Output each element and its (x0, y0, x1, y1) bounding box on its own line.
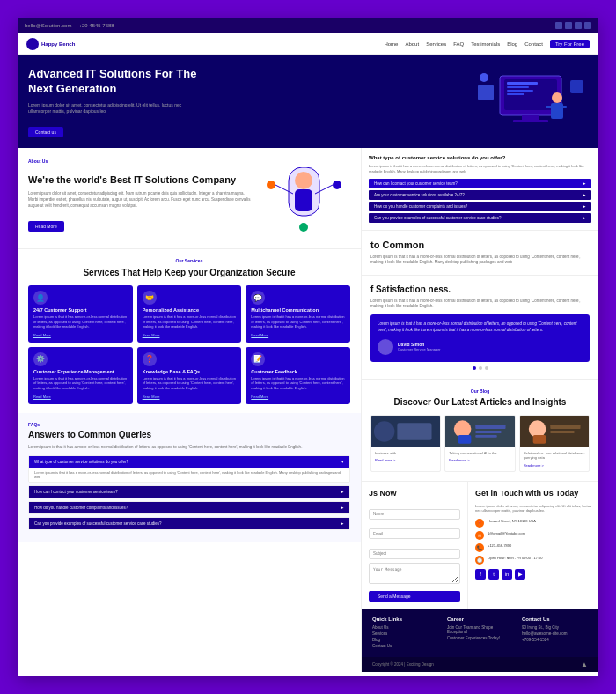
topbar-email: hello@Solution.com (25, 23, 71, 28)
faq-left-desc: Lorem ipsum is that it has a more-or-les… (28, 445, 350, 450)
service-title-2: Personalized Assistance (143, 307, 237, 313)
nav-contact[interactable]: Contact (524, 41, 543, 47)
social-tw-icon[interactable]: t (488, 569, 499, 580)
service-read-more-2[interactable]: Read More (143, 333, 237, 337)
service-read-more-3[interactable]: Read More (251, 333, 345, 337)
svg-rect-3 (513, 120, 548, 122)
fb-icon[interactable] (555, 22, 562, 29)
service-card-2: 🤝 Personalized Assistance Lorem ipsum is… (137, 285, 242, 343)
satisfaction-title: f Satisfaction ness. (370, 284, 590, 294)
nav-blog[interactable]: Blog (507, 41, 517, 47)
contact-submit-button[interactable]: Send a Message (369, 591, 460, 602)
footer-quick-links: Quick Links About Us Services Blog Conta… (372, 616, 438, 650)
blog-svg-3 (520, 416, 589, 447)
dot-2[interactable] (479, 366, 482, 370)
service-desc-6: Lorem ipsum is that it has a more-or-les… (251, 376, 345, 391)
svg-point-33 (528, 420, 546, 438)
contact-social-icons: f t in ▶ (475, 569, 591, 580)
faq-acc-header-3[interactable]: How do you handle customer complaints an… (29, 502, 349, 513)
svg-point-18 (267, 181, 275, 189)
service-read-more-4[interactable]: Read More (33, 395, 128, 399)
nav-faq[interactable]: FAQ (453, 41, 464, 47)
service-read-more-1[interactable]: Read More (33, 333, 128, 337)
blog-read-more-2[interactable]: Read more > (449, 458, 510, 462)
svg-rect-34 (532, 435, 546, 444)
service-card-4: ⚙️ Customer Experience Management Lorem … (28, 347, 133, 404)
hero-cta-button[interactable]: Contact us (28, 127, 63, 137)
service-desc-3: Lorem ipsum is that it has a more-or-les… (251, 314, 345, 329)
faq-acc-body-1: Lorem ipsum is that it has a more-or-les… (29, 468, 349, 482)
blog-title: Discover Our Latest Articles and Insight… (370, 396, 590, 408)
contact-address-item: 📍 Howard Street, NY 10108 USA (475, 519, 591, 528)
svg-rect-17 (295, 189, 312, 211)
about-flex: We're the world's Best IT Solutions Comp… (28, 167, 350, 238)
social-yt-icon[interactable]: ▶ (515, 569, 525, 580)
faq-tag: FAQs (28, 422, 350, 427)
blog-desc-3: Relational vs. non-relational databases:… (524, 451, 585, 461)
to-common-title: to Common (370, 240, 590, 250)
nav-services[interactable]: Services (426, 41, 446, 47)
footer-link-services[interactable]: Services (372, 631, 438, 636)
service-read-more-6[interactable]: Read More (251, 395, 345, 399)
faq-item-2[interactable]: Are your customer service solutions avai… (369, 190, 591, 200)
svg-rect-5 (551, 103, 563, 119)
blog-read-more-1[interactable]: Read more > (375, 458, 436, 462)
faq-acc-header-4[interactable]: Can you provide examples of successful c… (29, 518, 349, 529)
nav-logo[interactable]: Happy Bench (26, 38, 75, 50)
nav-home[interactable]: Home (384, 41, 398, 47)
satisfaction-section: f Satisfaction ness. Lorem ipsum is that… (362, 276, 598, 380)
social-fb-icon[interactable]: f (475, 569, 486, 580)
contact-phone-item: 📞 +123-456-7890 (475, 543, 591, 552)
contact-email-input[interactable] (369, 528, 460, 539)
footer-contact-address: 90 Irving St., Big City (522, 625, 588, 630)
service-desc-2: Lorem ipsum is that it has a more-or-les… (143, 314, 237, 329)
nav-cta-button[interactable]: Try For Free (550, 40, 590, 48)
faq-right-section: What type of customer service solutions … (362, 148, 598, 231)
footer-link-blog[interactable]: Blog (372, 638, 438, 642)
faq-item-2-text: Are your customer service solutions avai… (374, 193, 465, 197)
faq-acc-header-2[interactable]: How can I contact your customer service … (29, 486, 349, 498)
faq-item-3[interactable]: How do you handle customer complaints an… (369, 202, 591, 211)
faq-item-1[interactable]: How can I contact your customer service … (369, 179, 591, 188)
nav-links: Home About Services FAQ Testimonials Blo… (384, 40, 590, 48)
service-read-more-5[interactable]: Read More (143, 395, 237, 399)
about-read-more[interactable]: Read More (28, 221, 64, 232)
contact-form-title: Js Now (369, 489, 460, 498)
svg-rect-7 (560, 106, 567, 108)
dot-3[interactable] (485, 366, 488, 370)
tw-icon[interactable] (565, 22, 572, 29)
nav-testimonials[interactable]: Testimonials (471, 41, 500, 47)
svg-rect-8 (507, 82, 538, 85)
testimonial-card: Lorem ipsum is that it has a more-or-les… (370, 314, 590, 362)
faq-item-4[interactable]: Can you provide examples of successful c… (369, 213, 591, 223)
service-title-5: Knowledge Base & FAQs (143, 369, 237, 374)
contact-message-input[interactable] (369, 563, 460, 584)
service-desc-1: Lorem ipsum is that it has a more-or-les… (33, 314, 128, 329)
hero-right (473, 67, 588, 137)
in-icon[interactable] (575, 22, 582, 29)
footer-scroll-top[interactable]: ▲ (581, 661, 588, 668)
footer-link-about[interactable]: About Us (372, 625, 438, 630)
contact-hours-text: Open Hour: Mon - Fri 09:00 - 17:00 (488, 556, 542, 560)
blog-desc-1: business with... (375, 451, 436, 456)
author-info: David Simon Customer Service Manager (398, 342, 441, 351)
service-icon-5: ❓ (143, 352, 157, 366)
blog-read-more-3[interactable]: Read more > (524, 463, 585, 468)
social-in-icon[interactable]: in (502, 569, 512, 580)
faq-accordion-3: How do you handle customer complaints an… (28, 501, 350, 514)
contact-subject-input[interactable] (369, 549, 460, 559)
footer-link-contact[interactable]: Contact Us (372, 644, 438, 648)
nav-about[interactable]: About (405, 41, 419, 47)
hero-left: Advanced IT Solutions For The Next Gener… (28, 67, 204, 137)
services-title: Services That Help Keep your Organizatio… (28, 267, 350, 278)
svg-point-27 (454, 420, 472, 438)
faq-acc-header-1[interactable]: What type of customer service solutions … (29, 456, 349, 468)
contact-name-input[interactable] (369, 509, 460, 520)
faq-right-question: What type of customer service solutions … (369, 155, 591, 160)
svg-rect-36 (550, 431, 574, 433)
dot-1[interactable] (473, 366, 476, 370)
yt-icon[interactable] (584, 22, 591, 29)
svg-rect-25 (397, 423, 431, 440)
footer-contact-email: hello@awesome-site.com (522, 631, 588, 636)
service-title-1: 24/7 Customer Support (33, 307, 128, 313)
